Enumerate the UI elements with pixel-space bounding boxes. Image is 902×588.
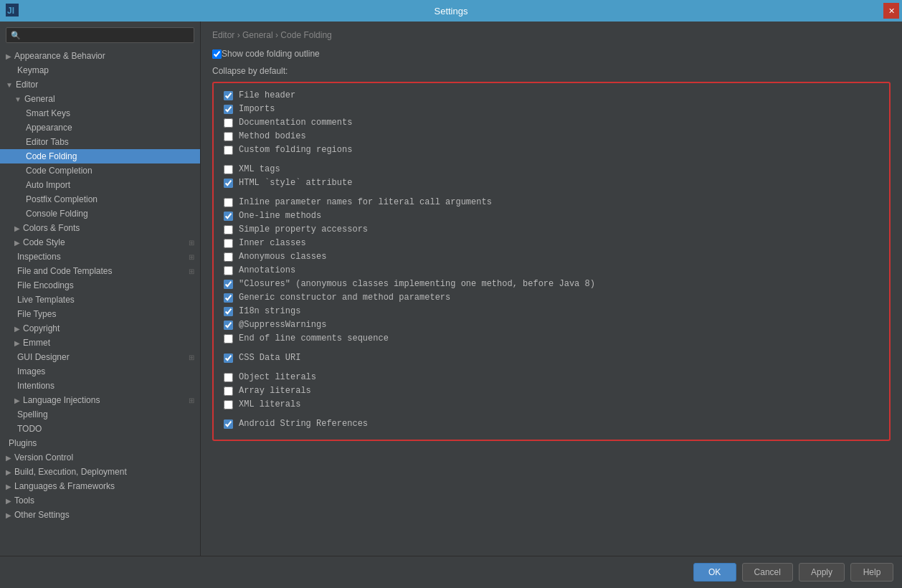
checkbox-row-cb_generic_constructor: Generic constructor and method parameter… — [224, 293, 879, 303]
search-box[interactable]: 🔍 — [6, 27, 194, 43]
checkbox-cb_doc_comments[interactable] — [224, 118, 233, 128]
label-cb_array_literals[interactable]: Array literals — [239, 386, 311, 396]
sidebar-item-code_completion[interactable]: Code Completion — [0, 163, 200, 178]
label-cb_one_line[interactable]: One-line methods — [239, 211, 321, 221]
checkbox-row-cb_suppress_warnings: @SuppressWarnings — [224, 320, 879, 330]
sidebar-item-postfix_completion[interactable]: Postfix Completion — [0, 192, 200, 207]
show-folding-checkbox[interactable] — [212, 49, 222, 59]
label-cb_suppress_warnings[interactable]: @SuppressWarnings — [239, 320, 326, 330]
checkbox-cb_closures[interactable] — [224, 280, 233, 289]
checkbox-cb_method_bodies[interactable] — [224, 132, 233, 141]
sidebar-label-editor_tabs: Editor Tabs — [26, 137, 69, 147]
checkbox-cb_i18n[interactable] — [224, 307, 233, 316]
sidebar-item-colors_fonts[interactable]: ▶Colors & Fonts — [0, 221, 200, 235]
sidebar-item-editor_tabs[interactable]: Editor Tabs — [0, 135, 200, 149]
sidebar-item-languages_frameworks[interactable]: ▶Languages & Frameworks — [0, 479, 200, 493]
sidebar-item-other_settings[interactable]: ▶Other Settings — [0, 508, 200, 522]
checkbox-cb_inline_params[interactable] — [224, 198, 233, 207]
checkbox-row-cb_xml_literals: XML literals — [224, 399, 879, 409]
checkbox-cb_array_literals[interactable] — [224, 387, 233, 396]
checkbox-cb_simple_prop[interactable] — [224, 225, 233, 234]
sidebar-item-gui_designer[interactable]: GUI Designer⊞ — [0, 350, 200, 364]
sidebar-icon-right-inspections: ⊞ — [189, 253, 194, 261]
label-cb_inner_classes[interactable]: Inner classes — [239, 238, 306, 248]
sidebar-item-tools[interactable]: ▶Tools — [0, 493, 200, 508]
show-folding-label[interactable]: Show code folding outline — [222, 49, 320, 59]
checkbox-cb_html_style[interactable] — [224, 179, 233, 188]
label-cb_i18n[interactable]: I18n strings — [239, 306, 300, 316]
sidebar-item-language_injections[interactable]: ▶Language Injections⊞ — [0, 393, 200, 407]
search-input[interactable] — [24, 30, 189, 40]
sidebar-label-build_exec_deploy: Build, Execution, Deployment — [14, 467, 127, 477]
sidebar-item-inspections[interactable]: Inspections⊞ — [0, 250, 200, 264]
sidebar-item-code_style[interactable]: ▶Code Style⊞ — [0, 235, 200, 250]
checkbox-cb_custom_folding[interactable] — [224, 146, 233, 155]
ok-button[interactable]: OK — [693, 563, 736, 582]
checkbox-cb_css_data[interactable] — [224, 354, 233, 363]
sidebar-item-file_types[interactable]: File Types — [0, 307, 200, 321]
sidebar-item-code_folding[interactable]: Code Folding — [0, 149, 200, 163]
label-cb_android_strings[interactable]: Android String References — [239, 419, 368, 429]
label-cb_inline_params[interactable]: Inline parameter names for literal call … — [239, 197, 492, 207]
sidebar-item-editor[interactable]: ▼Editor — [0, 77, 200, 92]
window-title: Settings — [435, 6, 468, 16]
label-cb_simple_prop[interactable]: Simple property accessors — [239, 224, 368, 234]
checkbox-cb_xml_tags[interactable] — [224, 165, 233, 174]
checkbox-cb_one_line[interactable] — [224, 212, 233, 221]
sidebar-item-general[interactable]: ▼General — [0, 92, 200, 106]
label-cb_doc_comments[interactable]: Documentation comments — [239, 118, 352, 128]
checkbox-cb_object_literals[interactable] — [224, 373, 233, 382]
sidebar-item-build_exec_deploy[interactable]: ▶Build, Execution, Deployment — [0, 465, 200, 479]
apply-button[interactable]: Apply — [799, 563, 845, 582]
sidebar-item-plugins[interactable]: Plugins — [0, 436, 200, 450]
sidebar-item-live_templates[interactable]: Live Templates — [0, 293, 200, 307]
cancel-button[interactable]: Cancel — [742, 563, 793, 582]
sidebar-label-inspections: Inspections — [17, 252, 61, 262]
label-cb_closures[interactable]: "Closures" (anonymous classes implementi… — [239, 279, 595, 289]
label-cb_xml_literals[interactable]: XML literals — [239, 399, 300, 409]
checkbox-cb_generic_constructor[interactable] — [224, 293, 233, 303]
label-cb_css_data[interactable]: CSS Data URI — [239, 353, 300, 363]
label-cb_imports[interactable]: Imports — [239, 104, 275, 114]
checkbox-cb_inner_classes[interactable] — [224, 239, 233, 248]
checkbox-row-cb_imports: Imports — [224, 104, 879, 114]
tree-arrow-editor: ▼ — [6, 81, 13, 89]
label-cb_anon_classes[interactable]: Anonymous classes — [239, 252, 326, 262]
checkbox-cb_anon_classes[interactable] — [224, 252, 233, 262]
sidebar-item-version_control[interactable]: ▶Version Control — [0, 450, 200, 465]
label-cb_custom_folding[interactable]: Custom folding regions — [239, 145, 352, 155]
label-cb_html_style[interactable]: HTML `style` attribute — [239, 178, 352, 188]
checkbox-cb_xml_literals[interactable] — [224, 400, 233, 409]
sidebar-item-appearance_behavior[interactable]: ▶Appearance & Behavior — [0, 49, 200, 63]
label-cb_end_of_line[interactable]: End of line comments sequence — [239, 333, 389, 343]
sidebar-item-file_code_templates[interactable]: File and Code Templates⊞ — [0, 264, 200, 278]
label-cb_generic_constructor[interactable]: Generic constructor and method parameter… — [239, 293, 450, 303]
checkbox-cb_imports[interactable] — [224, 105, 233, 114]
close-button[interactable]: ✕ — [883, 3, 899, 19]
sidebar-item-copyright[interactable]: ▶Copyright — [0, 321, 200, 336]
titlebar: JI Settings ✕ — [0, 0, 902, 22]
sidebar-item-appearance[interactable]: Appearance — [0, 120, 200, 135]
sidebar-item-file_encodings[interactable]: File Encodings — [0, 278, 200, 293]
checkbox-cb_android_strings[interactable] — [224, 419, 233, 429]
help-button[interactable]: Help — [850, 563, 893, 582]
sidebar-item-emmet[interactable]: ▶Emmet — [0, 336, 200, 350]
sidebar-item-intentions[interactable]: Intentions — [0, 379, 200, 393]
sidebar-item-auto_import[interactable]: Auto Import — [0, 178, 200, 192]
label-cb_object_literals[interactable]: Object literals — [239, 372, 316, 382]
sidebar-item-todo[interactable]: TODO — [0, 422, 200, 436]
sidebar-item-images[interactable]: Images — [0, 364, 200, 379]
label-cb_xml_tags[interactable]: XML tags — [239, 164, 280, 174]
checkbox-cb_suppress_warnings[interactable] — [224, 321, 233, 330]
sidebar-item-keymap[interactable]: Keymap — [0, 63, 200, 77]
checkbox-cb_annotations[interactable] — [224, 266, 233, 275]
checkbox-cb_end_of_line[interactable] — [224, 334, 233, 343]
sidebar-label-language_injections: Language Injections — [23, 395, 100, 405]
sidebar-item-spelling[interactable]: Spelling — [0, 407, 200, 422]
label-cb_method_bodies[interactable]: Method bodies — [239, 131, 306, 141]
label-cb_annotations[interactable]: Annotations — [239, 265, 295, 275]
sidebar-item-console_folding[interactable]: Console Folding — [0, 207, 200, 221]
sidebar-item-smart_keys[interactable]: Smart Keys — [0, 106, 200, 120]
label-cb_file_header[interactable]: File header — [239, 90, 295, 100]
checkbox-cb_file_header[interactable] — [224, 91, 233, 100]
